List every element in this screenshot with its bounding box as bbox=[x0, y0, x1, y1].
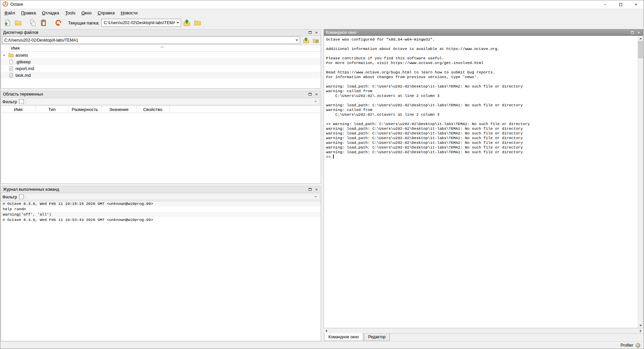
copy-button[interactable] bbox=[28, 18, 38, 27]
history-row[interactable]: # Octave 8.3.0, Wed Feb 11 10:53:43 2026… bbox=[1, 217, 321, 223]
file-row-gitkeep[interactable]: .gitkeep bbox=[1, 58, 321, 65]
col-type[interactable]: Тип bbox=[36, 106, 68, 113]
horizontal-scrollbar[interactable] bbox=[324, 328, 643, 333]
file-row-report[interactable]: report.md bbox=[1, 65, 321, 72]
workspace-titlebar[interactable]: Область переменных ✕ bbox=[1, 91, 321, 98]
markdown-file-icon bbox=[8, 73, 14, 78]
file-row-assets[interactable]: ▸ assets bbox=[1, 52, 321, 58]
close-button[interactable]: ✕ bbox=[628, 0, 644, 8]
history-row[interactable]: # Octave 8.3.0, Wed Feb 11 10:15:15 2026… bbox=[1, 201, 321, 207]
col-name[interactable]: Имя bbox=[1, 106, 36, 113]
command-output[interactable]: Octave was configured for "x86_64-w64-mi… bbox=[324, 36, 638, 328]
command-window-titlebar[interactable]: Командное окно ✕ bbox=[324, 29, 643, 36]
open-folder-icon bbox=[14, 19, 22, 26]
fb-dir-up-button[interactable] bbox=[302, 37, 310, 44]
main-area: Диспетчер файлов ✕ C:/Users/u202-02/Desk… bbox=[0, 28, 644, 341]
file-name: assets bbox=[15, 53, 28, 58]
new-script-icon bbox=[4, 19, 11, 26]
filter-checkbox[interactable] bbox=[19, 194, 24, 199]
command-window-title: Командное окно bbox=[326, 30, 629, 35]
undo-icon bbox=[55, 19, 62, 26]
menu-debug[interactable]: Отладка bbox=[39, 9, 62, 17]
tab-editor[interactable]: Редактор bbox=[364, 334, 390, 341]
vertical-scrollbar[interactable] bbox=[638, 36, 643, 328]
close-panel-button[interactable]: ✕ bbox=[313, 187, 320, 192]
tab-command-window[interactable]: Командное окно bbox=[324, 333, 363, 341]
scroll-right-button[interactable] bbox=[638, 328, 643, 333]
splitter[interactable] bbox=[1, 89, 321, 91]
filter-combobox[interactable] bbox=[26, 99, 319, 105]
dir-up-icon bbox=[303, 37, 309, 44]
workspace-filter-row: Фильтр bbox=[1, 98, 321, 106]
scrollbar-track[interactable] bbox=[638, 58, 643, 323]
history-row[interactable]: warning('off', 'all') bbox=[1, 212, 321, 217]
scroll-right-icon bbox=[640, 330, 641, 332]
undock-icon bbox=[309, 93, 312, 96]
menu-window[interactable]: Окно bbox=[78, 9, 95, 17]
minimize-icon: ─ bbox=[604, 3, 606, 6]
maximize-button[interactable] bbox=[613, 0, 628, 8]
window-title: Octave bbox=[10, 2, 23, 7]
workspace-table-header: Имя Тип Размерность Значение Свойство bbox=[1, 106, 321, 113]
scroll-up-button[interactable] bbox=[638, 36, 643, 41]
filter-label: Фильтр bbox=[2, 194, 17, 199]
col-value[interactable]: Значение bbox=[102, 106, 137, 113]
menu-help[interactable]: Справка bbox=[95, 9, 118, 17]
file-browser-path-combobox[interactable]: C:/Users/u202-02/Desktop/it-labs/ТЕМА1 bbox=[2, 37, 300, 44]
bottom-tabbar: Командное окно Редактор bbox=[324, 333, 643, 341]
dir-up-button[interactable] bbox=[182, 18, 192, 27]
scroll-left-button[interactable] bbox=[324, 328, 329, 333]
chevron-down-icon[interactable] bbox=[175, 19, 181, 26]
undock-button[interactable] bbox=[629, 30, 636, 35]
menu-edit[interactable]: Правка bbox=[18, 9, 39, 17]
browse-folder-icon bbox=[194, 19, 201, 26]
menu-news[interactable]: Новости bbox=[118, 9, 141, 17]
browse-dir-button[interactable] bbox=[193, 18, 203, 27]
file-row-task[interactable]: task.md bbox=[1, 72, 321, 78]
minimize-button[interactable]: ─ bbox=[597, 0, 613, 8]
history-titlebar[interactable]: Журнал выполненных команд ✕ bbox=[1, 186, 321, 193]
paste-button[interactable] bbox=[39, 18, 49, 27]
expander-icon[interactable]: ▸ bbox=[2, 53, 7, 57]
name-column-header[interactable]: Имя bbox=[1, 45, 321, 52]
col-dimension[interactable]: Размерность bbox=[68, 106, 102, 113]
filter-label: Фильтр bbox=[2, 99, 17, 104]
file-browser-panel: Диспетчер файлов ✕ C:/Users/u202-02/Desk… bbox=[1, 29, 321, 89]
col-attribute[interactable]: Свойство bbox=[137, 106, 169, 113]
chevron-down-icon[interactable] bbox=[294, 37, 300, 44]
history-body: Фильтр # Octave 8.3.0, Wed Feb 11 10:15:… bbox=[1, 193, 321, 341]
profiler-indicator-icon[interactable] bbox=[636, 343, 640, 348]
undock-button[interactable] bbox=[307, 30, 313, 35]
close-panel-button[interactable]: ✕ bbox=[313, 92, 320, 97]
scrollbar-thumb[interactable] bbox=[638, 41, 643, 58]
maximize-icon bbox=[619, 3, 622, 6]
history-row[interactable]: help randn bbox=[1, 207, 321, 212]
filter-checkbox[interactable] bbox=[19, 99, 24, 104]
close-icon: ✕ bbox=[315, 188, 318, 191]
text-cursor bbox=[333, 155, 334, 159]
octave-main-window: Octave ─ ✕ Файл Правка Отладка Tools Окн… bbox=[0, 0, 644, 349]
current-dir-combobox[interactable]: C:\Users\u202-02\Desktop\it-labs\ТЕМА1 bbox=[101, 19, 181, 27]
undock-button[interactable] bbox=[307, 187, 313, 192]
close-panel-button[interactable]: ✕ bbox=[313, 30, 320, 35]
menubar: Файл Правка Отладка Tools Окно Справка Н… bbox=[0, 8, 644, 17]
scroll-down-button[interactable] bbox=[638, 323, 643, 328]
undo-button[interactable] bbox=[53, 18, 63, 27]
file-browser-titlebar[interactable]: Диспетчер файлов ✕ bbox=[1, 29, 321, 36]
current-dir-label: Текущая папка: bbox=[68, 20, 99, 25]
workspace-table-body[interactable] bbox=[1, 113, 321, 183]
close-icon: ✕ bbox=[315, 31, 318, 35]
splitter[interactable] bbox=[1, 184, 321, 186]
fb-actions-button[interactable] bbox=[312, 37, 320, 44]
new-script-button[interactable] bbox=[2, 18, 12, 27]
menu-file[interactable]: Файл bbox=[1, 9, 18, 17]
caption-buttons: ─ ✕ bbox=[597, 0, 644, 8]
undock-button[interactable] bbox=[307, 92, 313, 97]
open-button[interactable] bbox=[13, 18, 23, 27]
profiler-label: Profiler bbox=[621, 343, 633, 348]
menu-tools[interactable]: Tools bbox=[62, 9, 78, 17]
filter-combobox[interactable] bbox=[26, 194, 319, 200]
close-panel-button[interactable]: ✕ bbox=[636, 30, 642, 35]
splitter[interactable] bbox=[321, 29, 324, 341]
current-dir-value: C:\Users\u202-02\Desktop\it-labs\ТЕМА1 bbox=[102, 20, 175, 25]
